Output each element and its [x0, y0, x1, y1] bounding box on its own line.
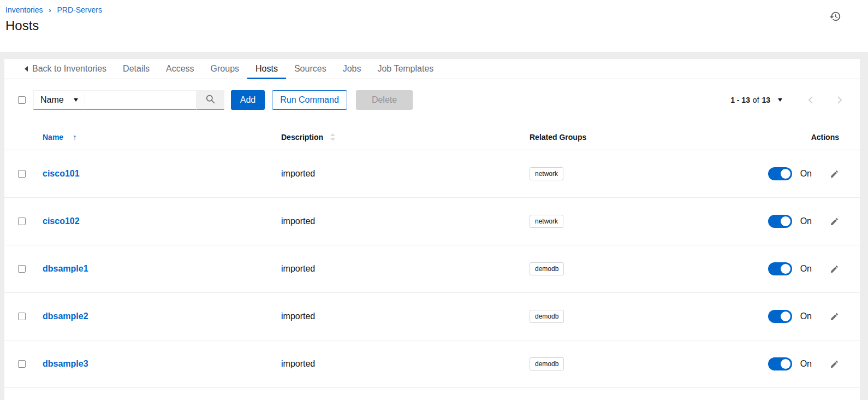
host-enabled-toggle[interactable]: [768, 310, 792, 323]
tab-groups[interactable]: Groups: [203, 59, 247, 79]
toggle-knob: [781, 264, 790, 274]
toggle-state-label: On: [800, 311, 812, 321]
chevron-right-icon: [836, 98, 843, 106]
row-checkbox[interactable]: [18, 313, 26, 320]
pencil-icon: [830, 172, 839, 180]
tab-label: Hosts: [255, 64, 278, 74]
sort-icon: [330, 133, 335, 141]
toggle-knob: [781, 216, 790, 226]
edit-host-button[interactable]: [830, 312, 839, 321]
host-name-link[interactable]: dbsample2: [43, 311, 88, 321]
table-row: dbsample3 imported demodb On: [4, 340, 860, 388]
tab-label: Job Templates: [377, 64, 433, 74]
related-group-chip[interactable]: demodb: [530, 357, 564, 370]
tab-label: Access: [166, 64, 194, 74]
edit-host-button[interactable]: [830, 169, 839, 179]
back-arrow-icon: [25, 66, 28, 72]
toggle-state-label: On: [800, 169, 812, 179]
chevron-left-icon: [807, 98, 815, 106]
select-all-checkbox[interactable]: [18, 96, 26, 104]
tab-label: Details: [123, 64, 150, 74]
row-checkbox[interactable]: [18, 170, 26, 178]
search-attribute-value: Name: [40, 95, 64, 105]
toggle-state-label: On: [800, 264, 812, 274]
pencil-icon: [830, 362, 839, 370]
toggle-state-label: On: [800, 359, 812, 369]
breadcrumb-prd-servers-link[interactable]: PRD-Servers: [57, 5, 102, 14]
tab-label: Sources: [294, 64, 326, 74]
host-description: imported: [281, 359, 530, 369]
pagination: 1 - 13 of 13: [727, 95, 843, 105]
table-header-row: Name ↑ Description Related Groups Action…: [4, 124, 860, 150]
related-group-chip[interactable]: demodb: [530, 262, 564, 275]
table-row: cisco101 imported network On: [4, 150, 860, 198]
edit-host-button[interactable]: [830, 217, 839, 226]
pagination-dropdown[interactable]: 1 - 13 of 13: [727, 95, 786, 105]
search-button[interactable]: [197, 90, 224, 110]
tab-label: Jobs: [343, 64, 361, 74]
column-header-label: Name: [43, 133, 63, 142]
toggle-state-label: On: [800, 216, 812, 226]
row-checkbox[interactable]: [18, 360, 26, 368]
edit-host-button[interactable]: [830, 360, 839, 369]
edit-host-button[interactable]: [830, 264, 839, 274]
tab-label: Back to Inventories: [32, 64, 106, 74]
related-group-chip[interactable]: network: [530, 167, 563, 180]
caret-down-icon: [74, 98, 78, 102]
column-header-label: Description: [281, 133, 323, 142]
toggle-knob: [781, 169, 790, 179]
partial-row: [4, 388, 860, 400]
toggle-knob: [781, 359, 790, 369]
column-header-label: Related Groups: [530, 133, 586, 142]
page-header: Inventories › PRD-Servers Hosts: [0, 0, 868, 52]
next-page-button[interactable]: [836, 96, 843, 104]
column-header-name[interactable]: Name ↑: [43, 132, 281, 142]
tab-access[interactable]: Access: [158, 59, 203, 79]
host-enabled-toggle[interactable]: [768, 357, 792, 370]
delete-button[interactable]: Delete: [356, 90, 413, 110]
tab-jobs[interactable]: Jobs: [335, 59, 370, 79]
related-group-chip[interactable]: network: [530, 215, 563, 228]
host-description: imported: [281, 216, 530, 226]
host-description: imported: [281, 169, 530, 179]
pencil-icon: [830, 220, 839, 228]
pagination-range-label: 1 - 13 of 13: [730, 96, 770, 104]
tab-hosts[interactable]: Hosts: [247, 59, 286, 79]
host-enabled-toggle[interactable]: [768, 262, 792, 275]
chevron-right-icon: ›: [49, 6, 51, 14]
search-icon: [206, 95, 215, 105]
breadcrumb: Inventories › PRD-Servers: [5, 5, 868, 14]
toggle-knob: [781, 311, 790, 321]
row-checkbox[interactable]: [18, 217, 26, 225]
host-name-link[interactable]: dbsample3: [43, 359, 88, 368]
host-description: imported: [281, 311, 530, 321]
host-name-link[interactable]: cisco101: [43, 169, 80, 178]
tab-job-templates[interactable]: Job Templates: [369, 59, 442, 79]
related-group-chip[interactable]: demodb: [530, 310, 564, 323]
host-name-link[interactable]: cisco102: [43, 216, 80, 226]
add-button[interactable]: Add: [231, 90, 265, 110]
sort-ascending-icon: ↑: [73, 132, 77, 142]
row-checkbox[interactable]: [18, 265, 26, 273]
history-icon: [829, 16, 841, 24]
column-header-actions: Actions: [723, 133, 860, 142]
host-enabled-toggle[interactable]: [768, 215, 792, 228]
host-description: imported: [281, 264, 530, 274]
search-attribute-select[interactable]: Name: [33, 90, 85, 110]
tab-details[interactable]: Details: [115, 59, 158, 79]
host-enabled-toggle[interactable]: [768, 167, 792, 180]
table-row: dbsample1 imported demodb On: [4, 245, 860, 293]
pencil-icon: [830, 267, 839, 275]
run-command-button[interactable]: Run Command: [272, 90, 347, 110]
tab-label: Groups: [211, 64, 239, 74]
activity-history-button[interactable]: [829, 10, 842, 23]
host-name-link[interactable]: dbsample1: [43, 264, 88, 273]
pencil-icon: [830, 315, 839, 323]
column-header-description[interactable]: Description: [281, 133, 530, 142]
search-input[interactable]: [85, 90, 197, 110]
tab-sources[interactable]: Sources: [286, 59, 335, 79]
breadcrumb-inventories-link[interactable]: Inventories: [5, 5, 43, 14]
tab-back-to-inventories[interactable]: Back to Inventories: [16, 59, 115, 79]
tab-bar: Back to Inventories Details Access Group…: [4, 59, 860, 79]
previous-page-button[interactable]: [807, 96, 815, 104]
